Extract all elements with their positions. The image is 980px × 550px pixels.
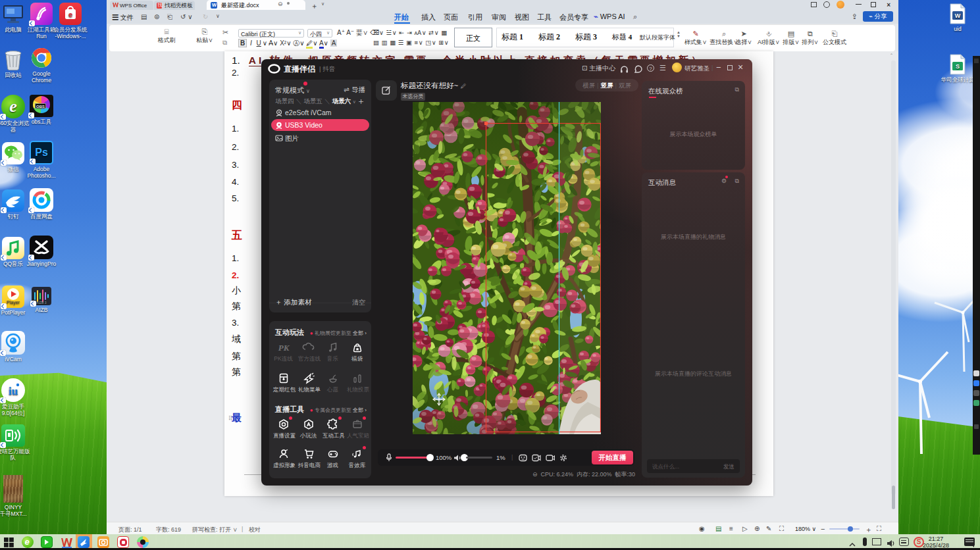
svg-text:S: S (956, 63, 960, 70)
svg-text:AIZB 3: AIZB 3 (36, 301, 47, 305)
svg-text:PK: PK (278, 343, 290, 353)
svg-text:iu: iu (9, 385, 18, 397)
svg-text:Player: Player (7, 300, 20, 305)
svg-text:e: e (68, 11, 72, 18)
svg-text:W: W (955, 12, 961, 19)
